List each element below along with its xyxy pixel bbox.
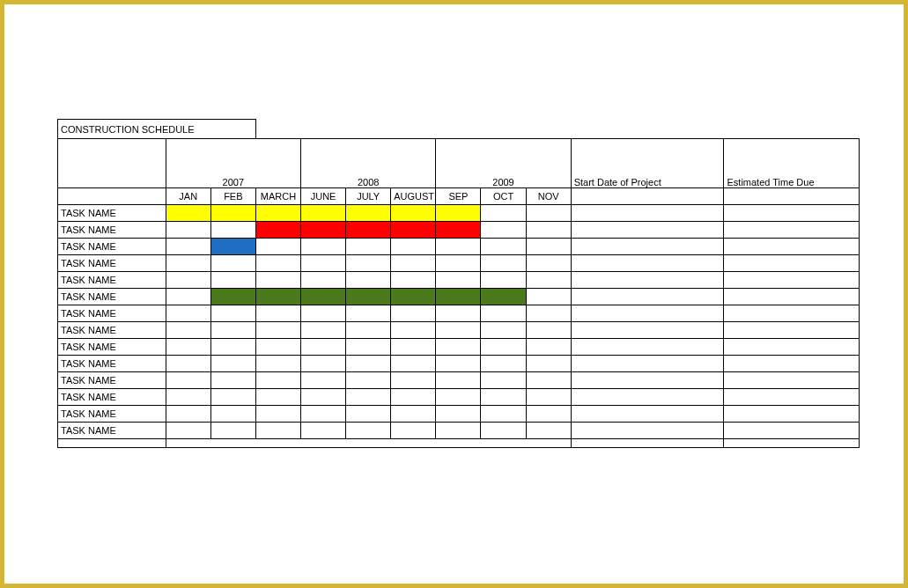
gantt-cell[interactable] [346,339,391,356]
gantt-cell[interactable] [210,356,255,372]
gantt-cell[interactable] [346,205,391,222]
gantt-cell[interactable] [391,423,436,439]
task-name-cell[interactable]: TASK NAME [58,339,166,356]
gantt-cell[interactable] [301,255,346,272]
gantt-cell[interactable] [255,356,300,372]
gantt-cell[interactable] [301,389,346,406]
gantt-cell[interactable] [526,322,571,339]
gantt-cell[interactable] [166,406,210,423]
gantt-cell[interactable] [255,272,300,289]
est-time-cell[interactable] [724,222,860,239]
gantt-cell[interactable] [526,389,571,406]
task-name-cell[interactable]: TASK NAME [58,423,166,439]
gantt-cell[interactable] [391,222,436,239]
start-date-cell[interactable] [571,205,724,222]
task-name-cell[interactable]: TASK NAME [58,372,166,389]
gantt-cell[interactable] [301,239,346,255]
gantt-cell[interactable] [346,372,391,389]
gantt-cell[interactable] [481,356,526,372]
gantt-cell[interactable] [436,289,481,305]
gantt-cell[interactable] [166,205,210,222]
gantt-cell[interactable] [526,339,571,356]
start-date-cell[interactable] [571,339,724,356]
start-date-cell[interactable] [571,255,724,272]
gantt-cell[interactable] [166,222,210,239]
gantt-cell[interactable] [526,205,571,222]
gantt-cell[interactable] [301,322,346,339]
gantt-cell[interactable] [391,322,436,339]
gantt-cell[interactable] [391,406,436,423]
est-time-cell[interactable] [724,423,860,439]
gantt-cell[interactable] [526,255,571,272]
gantt-cell[interactable] [210,372,255,389]
est-time-cell[interactable] [724,255,860,272]
gantt-cell[interactable] [166,389,210,406]
gantt-cell[interactable] [526,222,571,239]
gantt-cell[interactable] [346,322,391,339]
gantt-cell[interactable] [166,423,210,439]
gantt-cell[interactable] [210,406,255,423]
gantt-cell[interactable] [346,255,391,272]
gantt-cell[interactable] [255,239,300,255]
task-name-cell[interactable]: TASK NAME [58,239,166,255]
gantt-cell[interactable] [210,222,255,239]
gantt-cell[interactable] [301,205,346,222]
gantt-cell[interactable] [210,423,255,439]
gantt-cell[interactable] [436,406,481,423]
gantt-cell[interactable] [346,272,391,289]
gantt-cell[interactable] [255,289,300,305]
gantt-cell[interactable] [481,272,526,289]
gantt-cell[interactable] [526,372,571,389]
gantt-cell[interactable] [301,272,346,289]
gantt-cell[interactable] [526,305,571,322]
gantt-cell[interactable] [166,372,210,389]
gantt-cell[interactable] [301,406,346,423]
gantt-cell[interactable] [210,205,255,222]
start-date-cell[interactable] [571,406,724,423]
gantt-cell[interactable] [301,289,346,305]
gantt-cell[interactable] [436,339,481,356]
gantt-cell[interactable] [481,389,526,406]
gantt-cell[interactable] [346,389,391,406]
gantt-cell[interactable] [346,356,391,372]
gantt-cell[interactable] [210,255,255,272]
gantt-cell[interactable] [436,372,481,389]
task-name-cell[interactable]: TASK NAME [58,272,166,289]
gantt-cell[interactable] [166,322,210,339]
task-name-cell[interactable]: TASK NAME [58,389,166,406]
task-name-cell[interactable]: TASK NAME [58,406,166,423]
gantt-cell[interactable] [166,305,210,322]
est-time-cell[interactable] [724,406,860,423]
gantt-cell[interactable] [436,322,481,339]
gantt-cell[interactable] [301,423,346,439]
gantt-cell[interactable] [481,406,526,423]
gantt-cell[interactable] [210,322,255,339]
gantt-cell[interactable] [255,305,300,322]
start-date-cell[interactable] [571,289,724,305]
gantt-cell[interactable] [255,205,300,222]
gantt-cell[interactable] [436,389,481,406]
gantt-cell[interactable] [166,272,210,289]
gantt-cell[interactable] [481,372,526,389]
start-date-cell[interactable] [571,222,724,239]
gantt-cell[interactable] [526,272,571,289]
gantt-cell[interactable] [436,255,481,272]
gantt-cell[interactable] [210,305,255,322]
gantt-cell[interactable] [255,423,300,439]
est-time-cell[interactable] [724,389,860,406]
est-time-cell[interactable] [724,305,860,322]
gantt-cell[interactable] [210,239,255,255]
start-date-cell[interactable] [571,372,724,389]
gantt-cell[interactable] [481,255,526,272]
gantt-cell[interactable] [436,305,481,322]
task-name-cell[interactable]: TASK NAME [58,222,166,239]
gantt-cell[interactable] [391,205,436,222]
gantt-cell[interactable] [391,255,436,272]
gantt-cell[interactable] [391,272,436,289]
gantt-cell[interactable] [391,239,436,255]
gantt-cell[interactable] [166,339,210,356]
gantt-cell[interactable] [481,322,526,339]
gantt-cell[interactable] [481,289,526,305]
gantt-cell[interactable] [255,406,300,423]
est-time-cell[interactable] [724,322,860,339]
